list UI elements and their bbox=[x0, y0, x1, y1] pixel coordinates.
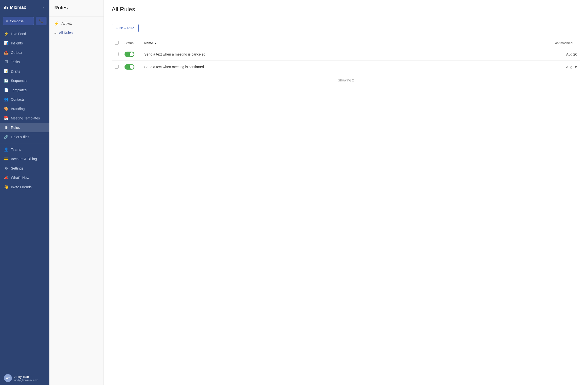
sidebar-item-live-feed[interactable]: ⚡Live Feed bbox=[0, 29, 49, 38]
avatar: AT bbox=[4, 374, 12, 382]
sidebar-item-label-whats-new: What's New bbox=[11, 176, 29, 180]
teams-icon: 👤 bbox=[4, 147, 8, 152]
user-email: andy@mixmax.com bbox=[14, 379, 38, 382]
subnav-item-activity[interactable]: ⚡ Activity bbox=[49, 19, 104, 28]
sidebar-item-account-billing[interactable]: 💳Account & Billing bbox=[0, 154, 49, 164]
sidebar-item-settings[interactable]: ⚙Settings bbox=[0, 164, 49, 173]
sidebar-item-label-drafts: Drafts bbox=[11, 69, 20, 73]
subnav-item-all-rules[interactable]: ≡ All Rules bbox=[49, 28, 104, 37]
main-header: All Rules bbox=[104, 0, 588, 18]
user-name: Andy Tran bbox=[14, 375, 38, 379]
tasks-icon: ☑ bbox=[4, 60, 8, 64]
app-name: Mixmax bbox=[10, 5, 26, 10]
rules-icon: ⚙ bbox=[4, 125, 8, 130]
page-title: All Rules bbox=[112, 6, 580, 13]
insights-icon: 📊 bbox=[4, 41, 8, 45]
rule-name-1: Send a text when a meeting is canceled. bbox=[141, 48, 550, 61]
sequences-icon: 🔄 bbox=[4, 78, 8, 83]
sidebar-item-label-rules: Rules bbox=[11, 126, 20, 130]
sidebar-footer: AT Andy Tran andy@mixmax.com bbox=[0, 371, 49, 385]
sidebar-item-drafts[interactable]: 📝Drafts bbox=[0, 67, 49, 76]
status-cell-2 bbox=[122, 61, 141, 73]
sidebar-item-label-sequences: Sequences bbox=[11, 79, 28, 83]
row-checkbox-2[interactable] bbox=[115, 65, 119, 69]
plus-icon: + bbox=[116, 26, 118, 30]
sort-icon: ▲ bbox=[154, 42, 157, 45]
status-cell-1 bbox=[122, 48, 141, 61]
last-modified-1: Aug 26 bbox=[550, 48, 580, 61]
branding-icon: 🎨 bbox=[4, 107, 8, 111]
drafts-icon: 📝 bbox=[4, 69, 8, 74]
app-logo: Mixmax bbox=[4, 5, 26, 10]
invite-friends-icon: 👋 bbox=[4, 185, 8, 189]
sidebar-item-links-files[interactable]: 🔗Links & files bbox=[0, 132, 49, 142]
logo-icon bbox=[4, 6, 8, 9]
subnav: Rules ⚡ Activity ≡ All Rules bbox=[49, 0, 104, 385]
phone-button[interactable]: 📞 bbox=[36, 17, 46, 25]
sidebar-item-branding[interactable]: 🎨Branding bbox=[0, 104, 49, 114]
sidebar-item-label-branding: Branding bbox=[11, 107, 25, 111]
sidebar-item-whats-new[interactable]: 📣What's New bbox=[0, 173, 49, 182]
name-column-header[interactable]: Name ▲ bbox=[141, 38, 550, 48]
outbox-icon: 📤 bbox=[4, 50, 8, 55]
sidebar-item-insights[interactable]: 📊Insights bbox=[0, 38, 49, 48]
main-content: All Rules + New Rule Status Name ▲ bbox=[104, 0, 588, 385]
compose-button[interactable]: ✏ Compose bbox=[3, 17, 34, 25]
table-row: Send a text when meeting is confirmed.Au… bbox=[112, 61, 580, 73]
live-feed-icon: ⚡ bbox=[4, 32, 8, 36]
select-all-header bbox=[112, 38, 122, 48]
sidebar-item-teams[interactable]: 👤Teams bbox=[0, 145, 49, 154]
sidebar-item-label-account-billing: Account & Billing bbox=[11, 157, 37, 161]
account-billing-icon: 💳 bbox=[4, 157, 8, 161]
sidebar-item-meeting-templates[interactable]: 📅Meeting Templates bbox=[0, 114, 49, 123]
sidebar-divider bbox=[0, 143, 49, 143]
sidebar-item-label-insights: Insights bbox=[11, 41, 23, 45]
meeting-templates-icon: 📅 bbox=[4, 116, 8, 120]
sidebar-item-label-templates: Templates bbox=[11, 88, 27, 92]
sidebar-item-rules[interactable]: ⚙Rules bbox=[0, 123, 49, 132]
templates-icon: 📄 bbox=[4, 88, 8, 92]
sidebar-item-label-links-files: Links & files bbox=[11, 135, 29, 139]
last-modified-column-header: Last modified bbox=[550, 38, 580, 48]
sidebar-item-label-contacts: Contacts bbox=[11, 97, 24, 101]
sidebar-item-label-tasks: Tasks bbox=[11, 60, 20, 64]
sidebar-item-label-outbox: Outbox bbox=[11, 51, 22, 55]
new-rule-button[interactable]: + New Rule bbox=[112, 24, 139, 32]
subnav-divider bbox=[49, 17, 104, 17]
row-checkbox-1[interactable] bbox=[115, 52, 119, 56]
sidebar-item-templates[interactable]: 📄Templates bbox=[0, 85, 49, 95]
sidebar-item-contacts[interactable]: 👥Contacts bbox=[0, 95, 49, 104]
sidebar-item-label-meeting-templates: Meeting Templates bbox=[11, 116, 40, 120]
whats-new-icon: 📣 bbox=[4, 175, 8, 180]
sidebar-header: Mixmax « bbox=[0, 0, 49, 15]
phone-icon: 📞 bbox=[39, 19, 43, 23]
sidebar-item-invite-friends[interactable]: 👋Invite Friends bbox=[0, 182, 49, 192]
new-rule-label: New Rule bbox=[119, 26, 134, 30]
sidebar-item-outbox[interactable]: 📤Outbox bbox=[0, 48, 49, 57]
compose-area: ✏ Compose 📞 bbox=[0, 15, 49, 28]
subnav-item-activity-label: Activity bbox=[62, 21, 72, 25]
status-column-header: Status bbox=[122, 38, 141, 48]
compose-icon: ✏ bbox=[6, 19, 8, 23]
last-modified-2: Aug 26 bbox=[550, 61, 580, 73]
table-row: Send a text when a meeting is canceled.A… bbox=[112, 48, 580, 61]
status-toggle-2[interactable] bbox=[125, 64, 134, 70]
sidebar-item-label-settings: Settings bbox=[11, 166, 23, 170]
sidebar-item-label-teams: Teams bbox=[11, 148, 21, 152]
main-body: + New Rule Status Name ▲ Last bbox=[104, 18, 588, 385]
status-toggle-1[interactable] bbox=[125, 52, 134, 57]
sidebar-collapse-button[interactable]: « bbox=[42, 4, 45, 10]
rule-name-2: Send a text when meeting is confirmed. bbox=[141, 61, 550, 73]
sidebar: Mixmax « ✏ Compose 📞 ⚡Live Feed📊Insights… bbox=[0, 0, 49, 385]
activity-icon: ⚡ bbox=[54, 21, 59, 26]
user-info: Andy Tran andy@mixmax.com bbox=[14, 375, 38, 382]
links-files-icon: 🔗 bbox=[4, 135, 8, 139]
subnav-title: Rules bbox=[49, 5, 104, 15]
sidebar-item-label-live-feed: Live Feed bbox=[11, 32, 26, 36]
select-all-checkbox[interactable] bbox=[115, 41, 119, 45]
sidebar-item-tasks[interactable]: ☑Tasks bbox=[0, 57, 49, 67]
compose-label: Compose bbox=[10, 19, 24, 23]
sidebar-nav: ⚡Live Feed📊Insights📤Outbox☑Tasks📝Drafts🔄… bbox=[0, 28, 49, 371]
sidebar-item-sequences[interactable]: 🔄Sequences bbox=[0, 76, 49, 85]
sidebar-item-label-invite-friends: Invite Friends bbox=[11, 185, 32, 189]
